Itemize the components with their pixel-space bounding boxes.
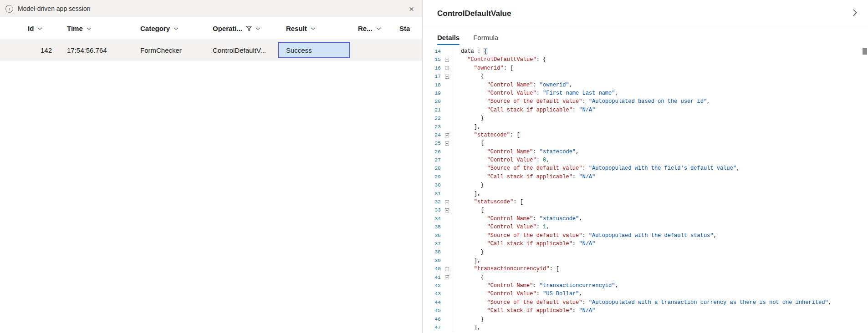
line-number[interactable]: 32 (423, 198, 441, 206)
line-number[interactable]: 37 (423, 240, 441, 248)
code-line[interactable]: 37 "Call stack if applicable": "N/A" (423, 240, 868, 248)
fold-icon[interactable] (441, 139, 453, 147)
code-line[interactable]: 21 "Call stack if applicable": "N/A" (423, 106, 868, 114)
line-number[interactable]: 44 (423, 298, 441, 307)
code-line[interactable]: 25 { (423, 139, 868, 147)
line-number[interactable]: 36 (423, 232, 441, 240)
line-number[interactable]: 27 (423, 156, 441, 164)
code-line[interactable]: 14data : { (423, 47, 868, 56)
column-header-category[interactable]: Category (133, 25, 205, 32)
code-line[interactable]: 32 "statuscode": [ (423, 198, 868, 206)
code-line[interactable]: 42 "Control Name": "transactioncurrencyi… (423, 282, 868, 290)
line-number[interactable]: 24 (423, 131, 441, 139)
code-line[interactable]: 47 ], (423, 323, 868, 332)
code-line[interactable]: 15 "ControlDefaultValue": { (423, 56, 868, 64)
fold-icon[interactable] (441, 273, 453, 282)
code-line[interactable]: 16 "ownerid": [ (423, 64, 868, 72)
chevron-right-icon[interactable] (851, 7, 859, 20)
fold-icon[interactable] (441, 131, 453, 139)
code-line[interactable]: 38 } (423, 248, 868, 256)
code-line[interactable]: 24 "statecode": [ (423, 131, 868, 139)
column-header-result[interactable]: Result (278, 25, 350, 32)
line-number[interactable]: 15 (423, 56, 441, 64)
line-number[interactable]: 19 (423, 89, 441, 97)
line-number[interactable]: 42 (423, 282, 441, 290)
line-number[interactable]: 26 (423, 148, 441, 156)
column-header-id[interactable]: Id (20, 25, 59, 32)
code-line[interactable]: 46 } (423, 315, 868, 323)
cell-time[interactable]: 17:54:56.764 (59, 46, 133, 54)
fold-icon[interactable] (441, 64, 453, 72)
line-number[interactable]: 47 (423, 323, 441, 332)
scrollbar-thumb[interactable] (863, 48, 867, 55)
code-line[interactable]: 18 "Control Name": "ownerid", (423, 81, 868, 89)
cell-operation[interactable]: ControlDefaultV... (205, 46, 278, 54)
code-line[interactable]: 20 "Source of the default value": "Autop… (423, 97, 868, 106)
line-number[interactable]: 18 (423, 81, 441, 89)
close-icon[interactable]: × (408, 5, 415, 13)
code-line[interactable]: 23 ], (423, 123, 868, 131)
line-number[interactable]: 30 (423, 181, 441, 189)
code-line[interactable]: 44 "Source of the default value": "Autop… (423, 298, 868, 307)
line-number[interactable]: 46 (423, 315, 441, 323)
code-line[interactable]: 43 "Control Value": "US Dollar", (423, 290, 868, 298)
code-line[interactable]: 33 { (423, 206, 868, 214)
json-code-editor[interactable]: 14data : {15 "ControlDefaultValue": {16 … (423, 47, 868, 333)
code-line[interactable]: 19 "Control Value": "First name Last nam… (423, 89, 868, 97)
code-line[interactable]: 45 "Call stack if applicable": "N/A" (423, 307, 868, 315)
code-line[interactable]: 27 "Control Value": 0, (423, 156, 868, 164)
code-line[interactable]: 36 "Source of the default value": "Autop… (423, 232, 868, 240)
fold-icon[interactable] (441, 72, 453, 81)
filter-icon[interactable] (246, 26, 252, 31)
fold-icon[interactable] (441, 56, 453, 64)
code-line[interactable]: 26 "Control Name": "statecode", (423, 148, 868, 156)
tab-formula[interactable]: Formula (473, 27, 498, 47)
cell-id[interactable]: 142 (20, 46, 59, 54)
code-line[interactable]: 29 "Call stack if applicable": "N/A" (423, 173, 868, 181)
table-row[interactable]: 142 17:54:56.764 FormChecker ControlDefa… (0, 40, 422, 61)
code-line[interactable]: 35 "Control Value": 1, (423, 223, 868, 231)
line-number[interactable]: 17 (423, 72, 441, 81)
fold-icon[interactable] (441, 265, 453, 273)
column-header-result-type[interactable]: Re... (350, 25, 392, 32)
line-number[interactable]: 38 (423, 248, 441, 256)
line-number[interactable]: 22 (423, 114, 441, 122)
line-number[interactable]: 40 (423, 265, 441, 273)
line-number[interactable]: 23 (423, 123, 441, 131)
line-number[interactable]: 43 (423, 290, 441, 298)
column-header-status[interactable]: Sta (392, 25, 422, 32)
cell-category[interactable]: FormChecker (133, 46, 205, 54)
cell-result-selected[interactable]: Success (278, 42, 350, 58)
line-number[interactable]: 20 (423, 97, 441, 106)
column-header-operation[interactable]: Operati... (205, 25, 278, 32)
line-number[interactable]: 25 (423, 139, 441, 147)
scrollbar-track[interactable] (862, 47, 868, 333)
line-number[interactable]: 33 (423, 206, 441, 214)
code-line[interactable]: 31 ], (423, 190, 868, 198)
code-line[interactable]: 41 { (423, 273, 868, 282)
line-number[interactable]: 16 (423, 64, 441, 72)
line-number[interactable]: 39 (423, 257, 441, 265)
code-text: "Control Name": "ownerid", (453, 81, 868, 89)
line-number[interactable]: 28 (423, 164, 441, 172)
line-number[interactable]: 45 (423, 307, 441, 315)
code-line[interactable]: 39 ], (423, 257, 868, 265)
code-line[interactable]: 34 "Control Name": "statuscode", (423, 215, 868, 223)
code-line[interactable]: 28 "Source of the default value": "Autop… (423, 164, 868, 172)
code-line[interactable]: 30 } (423, 181, 868, 189)
tab-details[interactable]: Details (437, 27, 460, 47)
code-line[interactable]: 22 } (423, 114, 868, 122)
code-line[interactable]: 17 { (423, 72, 868, 81)
line-number[interactable]: 34 (423, 215, 441, 223)
line-number[interactable]: 21 (423, 106, 441, 114)
session-bar: i Model-driven app session × (0, 0, 422, 17)
column-header-time[interactable]: Time (59, 25, 133, 32)
code-line[interactable]: 40 "transactioncurrencyid": [ (423, 265, 868, 273)
fold-icon[interactable] (441, 198, 453, 206)
line-number[interactable]: 41 (423, 273, 441, 282)
line-number[interactable]: 14 (423, 47, 441, 56)
line-number[interactable]: 35 (423, 223, 441, 231)
fold-icon[interactable] (441, 206, 453, 214)
line-number[interactable]: 31 (423, 190, 441, 198)
line-number[interactable]: 29 (423, 173, 441, 181)
